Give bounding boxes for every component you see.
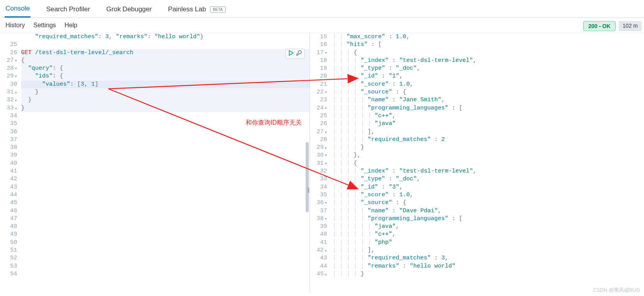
response-viewer[interactable]: 151617▾1819202122▾2324▾252627▴2829▴30▾31…	[310, 33, 644, 293]
annotation-text: 和你查询ID顺序无关	[246, 119, 302, 127]
tab-grok-debugger[interactable]: Grok Debugger	[106, 4, 152, 17]
link-history[interactable]: History	[5, 22, 25, 29]
scrollbar-thumb[interactable]	[306, 142, 309, 212]
status-badge: 200 - OK	[583, 21, 616, 31]
beta-badge: BETA	[210, 6, 225, 13]
status-area: 200 - OK 102 m	[583, 21, 642, 31]
tab-painless-label: Painless Lab	[168, 5, 206, 13]
watermark: CSDN @乘风破BUG	[593, 287, 640, 294]
tab-search-profiler[interactable]: Search Profiler	[45, 4, 90, 17]
svg-marker-0	[289, 51, 293, 55]
run-request-controls	[285, 49, 305, 59]
run-button[interactable]	[288, 50, 294, 58]
status-timing: 102 m	[619, 21, 642, 31]
link-help[interactable]: Help	[65, 22, 78, 29]
console-subbar: History Settings Help	[0, 18, 644, 33]
wrench-icon[interactable]	[296, 50, 302, 58]
link-settings[interactable]: Settings	[34, 22, 56, 29]
request-editor[interactable]: 252627▾28▾29▾3031▴32▴33▴3435363738394041…	[0, 33, 310, 293]
dev-tools-tabs: Console Search Profiler Grok Debugger Pa…	[0, 0, 644, 18]
tab-painless-lab[interactable]: Painless Lab BETA	[167, 4, 226, 17]
tab-console[interactable]: Console	[5, 3, 30, 18]
pane-resize-handle[interactable]: ‖	[307, 187, 310, 193]
